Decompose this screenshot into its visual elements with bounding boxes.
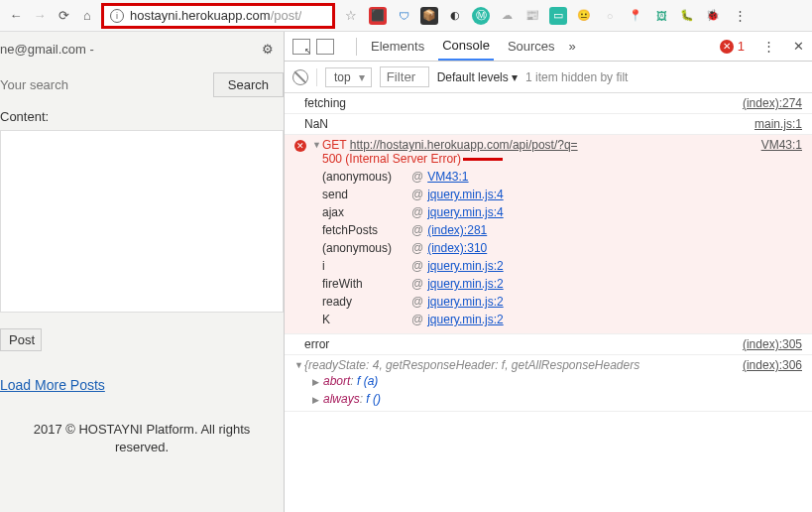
source-link[interactable]: (index):281	[427, 223, 487, 237]
devtools-tabbar: ↖ Elements Console Sources » ✕ 1 ⋮ ✕	[285, 32, 812, 62]
context-selector[interactable]: top	[325, 67, 372, 87]
url-text: hostayni.herokuapp.com/post/	[130, 8, 301, 23]
filter-input[interactable]	[380, 66, 429, 87]
object-property: ▶abort: f (a)	[294, 372, 802, 390]
back-button[interactable]: ←	[6, 6, 26, 26]
devtools-close-button[interactable]: ✕	[793, 39, 804, 54]
ext-icon[interactable]: ⬛	[369, 7, 387, 25]
browser-menu-button[interactable]: ⋮	[730, 6, 750, 26]
device-icon[interactable]	[316, 39, 334, 55]
log-row: ▼ {readyState: 4, getResponseHeader: f, …	[285, 355, 812, 412]
stack-frame: ajax@jquery.min.js:4	[322, 203, 802, 221]
console-toolbar: top Default levels ▾ 1 item hidden by fi…	[285, 62, 812, 93]
ext-icon[interactable]: 📰	[523, 7, 541, 25]
site-info-icon[interactable]: i	[110, 9, 124, 23]
ext-icon[interactable]: Ⓜ	[472, 7, 490, 25]
request-url[interactable]: http://hostayni.herokuapp.com/api/post/?…	[350, 138, 578, 152]
tab-console[interactable]: Console	[438, 32, 494, 61]
footer-text: 2017 © HOSTAYNI Platform. All rights res…	[0, 421, 284, 456]
content-label: Content:	[0, 109, 284, 124]
source-link[interactable]: jquery.min.js:2	[427, 313, 503, 326]
source-link[interactable]: (index):274	[743, 96, 802, 110]
home-button[interactable]: ⌂	[77, 6, 97, 26]
source-link[interactable]: jquery.min.js:2	[427, 277, 503, 291]
ext-icon[interactable]: ○	[601, 7, 619, 25]
reload-button[interactable]: ⟳	[54, 6, 73, 26]
user-email: ne@gmail.com -	[0, 42, 94, 57]
source-link[interactable]: (index):305	[743, 337, 802, 351]
ext-icon[interactable]: ▭	[549, 7, 567, 25]
tab-sources[interactable]: Sources	[504, 33, 559, 60]
log-row: error (index):305	[285, 334, 812, 355]
hidden-items-text: 1 item hidden by filt	[525, 70, 628, 84]
ext-icon[interactable]: 🛡	[395, 7, 412, 25]
forward-button[interactable]: →	[30, 6, 50, 26]
source-link[interactable]: VM43:1	[427, 170, 468, 184]
stack-frame: (anonymous)@(index):310	[322, 239, 802, 257]
expand-toggle[interactable]: ▶	[312, 377, 319, 387]
load-more-link[interactable]: Load More Posts	[0, 377, 284, 393]
source-link[interactable]: jquery.min.js:2	[427, 259, 503, 273]
error-badge[interactable]: ✕ 1	[720, 39, 745, 54]
log-row: NaN main.js:1	[285, 114, 812, 135]
ext-icon[interactable]: 📍	[627, 7, 644, 25]
post-button[interactable]: Post	[0, 328, 42, 351]
ext-icon[interactable]: ☁	[498, 7, 516, 25]
stack-frame: i@jquery.min.js:2	[322, 257, 802, 275]
source-link[interactable]: jquery.min.js:2	[427, 295, 503, 309]
ext-icon[interactable]: 📦	[420, 7, 438, 25]
source-link[interactable]: main.js:1	[754, 117, 802, 131]
extensions-row: ⬛ 🛡 📦 ◐ Ⓜ ☁ 📰 ▭ 😐 ○ 📍 🖼 🐛 🐞 ⋮	[369, 6, 750, 26]
source-link[interactable]: jquery.min.js:4	[427, 188, 503, 201]
error-log-row: ✕ ▼ GET http://hostayni.herokuapp.com/ap…	[285, 135, 812, 334]
devtools-menu-button[interactable]: ⋮	[762, 39, 775, 54]
source-link[interactable]: VM43:1	[761, 138, 802, 166]
browser-toolbar: ← → ⟳ ⌂ i hostayni.herokuapp.com/post/ ☆…	[0, 0, 812, 32]
log-row: fetching (index):274	[285, 93, 812, 114]
collapse-toggle[interactable]: ▼	[312, 140, 322, 166]
annotation-underline	[463, 158, 503, 161]
inspect-icon[interactable]: ↖	[292, 39, 310, 55]
devtools-panel: ↖ Elements Console Sources » ✕ 1 ⋮ ✕ top…	[285, 32, 812, 512]
source-link[interactable]: (index):306	[743, 358, 802, 372]
expand-toggle[interactable]: ▼	[294, 360, 304, 372]
ext-icon[interactable]: 😐	[575, 7, 593, 25]
ext-icon[interactable]: 🐛	[678, 7, 696, 25]
address-bar[interactable]: i hostayni.herokuapp.com/post/	[101, 3, 335, 29]
search-input[interactable]	[0, 73, 209, 96]
stack-frame: send@jquery.min.js:4	[322, 186, 802, 203]
source-link[interactable]: jquery.min.js:4	[427, 205, 503, 219]
stack-frame: (anonymous)@VM43:1	[322, 168, 802, 186]
clear-console-icon[interactable]	[292, 69, 308, 85]
content-textarea[interactable]	[0, 130, 284, 313]
bookmark-star-icon[interactable]: ☆	[345, 8, 357, 23]
log-levels-selector[interactable]: Default levels ▾	[437, 70, 518, 84]
stack-frame: fetchPosts@(index):281	[322, 221, 802, 239]
error-icon: ✕	[294, 140, 306, 152]
error-dot-icon: ✕	[720, 40, 734, 54]
console-output: fetching (index):274 NaN main.js:1 ✕ ▼ G…	[285, 93, 812, 512]
more-tabs-button[interactable]: »	[569, 39, 576, 54]
page-content: ne@gmail.com - ⚙ Search Content: Post Lo…	[0, 32, 285, 512]
stack-frame: ready@jquery.min.js:2	[322, 293, 802, 311]
stack-frame: K@jquery.min.js:2	[322, 311, 802, 328]
stack-frame: fireWith@jquery.min.js:2	[322, 275, 802, 293]
gear-icon[interactable]: ⚙	[262, 42, 274, 57]
object-property: ▶always: f ()	[294, 390, 802, 408]
ext-icon[interactable]: 🐞	[704, 7, 722, 25]
source-link[interactable]: (index):310	[427, 241, 487, 255]
ext-icon[interactable]: ◐	[446, 7, 464, 25]
expand-toggle[interactable]: ▶	[312, 395, 319, 405]
ext-icon[interactable]: 🖼	[652, 7, 670, 25]
search-button[interactable]: Search	[213, 72, 284, 97]
tab-elements[interactable]: Elements	[367, 33, 428, 60]
